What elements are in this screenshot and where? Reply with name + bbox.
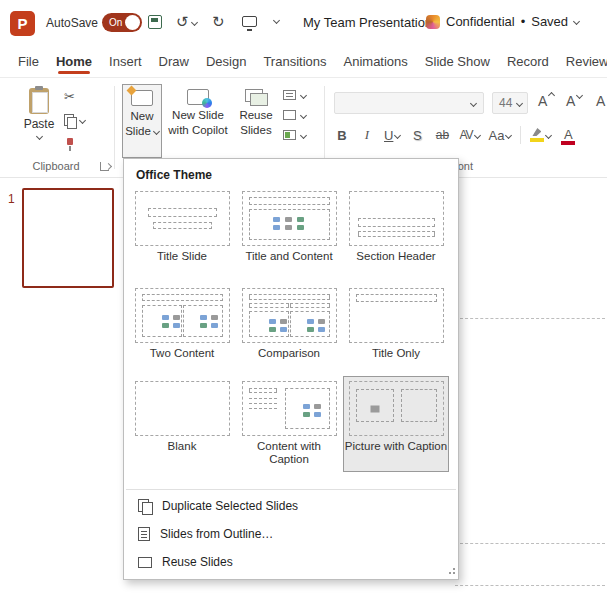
tab-home[interactable]: Home <box>56 46 92 77</box>
underline-chevron-icon[interactable] <box>394 131 401 138</box>
font-name-chevron-icon[interactable] <box>470 99 477 106</box>
reuse-slides-item[interactable]: Reuse Slides <box>125 548 457 576</box>
slide-thumbnail[interactable] <box>22 188 114 288</box>
copy-chevron-icon[interactable] <box>79 116 86 123</box>
font-color-button[interactable]: A <box>560 127 576 143</box>
layout-label: Blank <box>130 440 234 453</box>
present-icon[interactable] <box>242 16 257 27</box>
autosave-toggle[interactable]: On <box>102 13 142 32</box>
tab-insert[interactable]: Insert <box>109 46 142 77</box>
underline-button[interactable]: U <box>384 128 400 143</box>
font-size-combobox[interactable]: 44 <box>492 92 528 114</box>
layout-content-with-caption[interactable]: Content with Caption <box>237 377 341 466</box>
layout-label: Two Content <box>130 347 234 360</box>
strikethrough-button[interactable]: ab <box>434 128 450 142</box>
clipboard-dialog-launcher-icon[interactable] <box>100 162 109 171</box>
reset-chevron-icon[interactable] <box>300 111 307 118</box>
undo-icon: ↺ <box>176 13 189 31</box>
shrink-font-letter: A <box>566 93 575 109</box>
new-slide-button[interactable]: New Slide <box>122 84 162 158</box>
shrink-font-button[interactable]: A <box>566 93 582 109</box>
duplicate-slides-icon <box>138 499 152 513</box>
saved-chevron-icon[interactable] <box>573 18 580 25</box>
clear-formatting-button[interactable]: A <box>596 93 605 109</box>
text-shadow-button[interactable]: S <box>409 128 425 143</box>
clear-formatting-letter: A <box>596 93 605 109</box>
saved-status: Saved <box>531 14 568 29</box>
slide-number: 1 <box>8 192 15 206</box>
format-painter-button[interactable] <box>64 136 85 152</box>
layout-title-only[interactable]: Title Only <box>344 284 448 360</box>
layout-thumbnail <box>242 191 337 246</box>
paste-button[interactable]: Paste <box>16 84 62 158</box>
section-button[interactable] <box>283 128 306 142</box>
new-slide-chevron-icon[interactable] <box>153 128 160 135</box>
change-case-button[interactable]: Aa <box>489 128 512 143</box>
layout-blank[interactable]: Blank <box>130 377 234 453</box>
undo-button[interactable]: ↺ <box>176 13 197 31</box>
toggle-knob-icon <box>125 15 140 30</box>
section-chevron-icon[interactable] <box>300 131 307 138</box>
layout-picture-with-caption[interactable]: Picture with Caption <box>344 377 448 471</box>
tab-transitions[interactable]: Transitions <box>263 46 326 77</box>
highlight-color-button[interactable] <box>530 128 551 142</box>
font-format-row: B I U S ab AV Aa A <box>334 124 576 146</box>
new-slide-with-copilot-button[interactable]: New Slide with Copilot <box>167 84 229 158</box>
powerpoint-app-icon[interactable]: P <box>10 11 35 36</box>
grow-font-button[interactable]: A <box>538 93 554 109</box>
tab-design[interactable]: Design <box>206 46 246 77</box>
shrink-caret-icon <box>576 92 583 99</box>
tab-animations[interactable]: Animations <box>344 46 408 77</box>
title-bar: P AutoSave On ↺ ↻ My Team Presentation C… <box>0 0 607 46</box>
placeholder-outline <box>460 318 605 319</box>
autosave-state: On <box>109 17 122 28</box>
layout-chevron-icon[interactable] <box>300 91 307 98</box>
slide-layout-button[interactable] <box>283 88 306 102</box>
redo-icon: ↻ <box>212 13 225 30</box>
italic-button[interactable]: I <box>359 127 375 143</box>
cut-button[interactable]: ✂ <box>64 88 85 104</box>
tab-review[interactable]: Review <box>566 46 607 77</box>
layout-label: Comparison <box>237 347 341 360</box>
layout-label: Section Header <box>344 250 448 263</box>
layout-title-and-content[interactable]: Title and Content <box>237 187 341 263</box>
reuse-slides-menu-icon <box>138 557 152 568</box>
tab-file[interactable]: File <box>18 46 39 77</box>
document-title[interactable]: My Team Presentation <box>303 15 432 30</box>
reuse-slides-button[interactable]: Reuse Slides <box>233 84 279 158</box>
font-size-chevron-icon[interactable] <box>516 99 523 106</box>
font-name-combobox[interactable] <box>334 92 484 114</box>
tab-slide-show[interactable]: Slide Show <box>425 46 490 77</box>
highlight-chevron-icon[interactable] <box>545 131 552 138</box>
character-spacing-button[interactable]: AV <box>459 128 479 142</box>
font-size-value: 44 <box>499 96 512 110</box>
save-icon[interactable] <box>148 15 162 29</box>
bold-button[interactable]: B <box>334 128 350 143</box>
paste-chevron-icon[interactable] <box>35 133 42 140</box>
ribbon-tabs: File Home Insert Draw Design Transitions… <box>0 46 607 78</box>
char-spacing-chevron-icon[interactable] <box>473 131 480 138</box>
quick-access-more-chevron-icon[interactable] <box>273 17 280 24</box>
duplicate-selected-slides-item[interactable]: Duplicate Selected Slides <box>125 492 457 520</box>
section-icon <box>283 130 296 140</box>
redo-button[interactable]: ↻ <box>212 13 225 31</box>
sparkle-icon <box>127 86 137 96</box>
layout-label: Title and Content <box>237 250 341 263</box>
layout-section-header[interactable]: Section Header <box>344 187 448 263</box>
layout-label: Content with Caption <box>237 440 341 466</box>
layout-label: Title Slide <box>130 250 234 263</box>
sensitivity-status[interactable]: Confidential • Saved <box>426 14 579 29</box>
layout-title-slide[interactable]: Title Slide <box>130 187 234 263</box>
undo-chevron-icon[interactable] <box>191 18 198 25</box>
tab-record[interactable]: Record <box>507 46 549 77</box>
slides-from-outline-item[interactable]: Slides from Outline… <box>125 520 457 548</box>
tab-draw[interactable]: Draw <box>159 46 189 77</box>
layout-comparison[interactable]: Comparison <box>237 284 341 360</box>
reset-slide-button[interactable] <box>283 108 306 122</box>
powerpoint-window: P AutoSave On ↺ ↻ My Team Presentation C… <box>0 0 607 593</box>
new-slide-label-line2: Slide <box>125 125 151 138</box>
copy-button[interactable] <box>64 112 85 128</box>
resize-grip[interactable] <box>447 568 455 576</box>
change-case-chevron-icon[interactable] <box>505 131 512 138</box>
layout-two-content[interactable]: Two Content <box>130 284 234 360</box>
